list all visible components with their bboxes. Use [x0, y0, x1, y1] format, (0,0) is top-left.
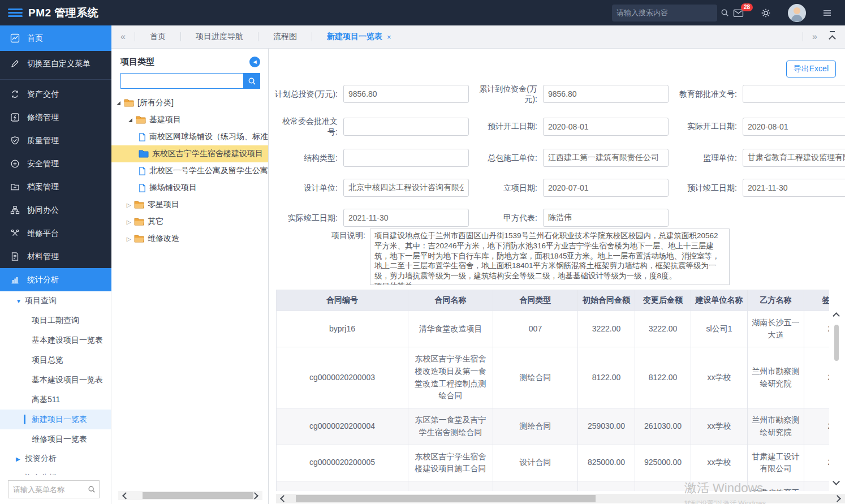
- actual-completion-date-field[interactable]: [343, 209, 469, 227]
- sidebar-item-statistics[interactable]: 统计分析: [0, 268, 111, 291]
- sidebar-item-safety-mgmt[interactable]: 安全管理: [0, 152, 111, 175]
- submenu-item-new-projects-list[interactable]: 新建项目一览表: [0, 410, 111, 429]
- submenu-group-project-query[interactable]: ▼ 项目查询: [0, 291, 111, 311]
- table-row[interactable]: cg0000020200003东校区吉宁学生宿舍楼改造项目及第一食堂改造工程控制…: [277, 347, 830, 408]
- tree-node-playground-paving[interactable]: 操场铺设项目: [111, 179, 268, 196]
- submenu-group-investment-analysis[interactable]: ▶ 投资分析: [0, 449, 111, 468]
- table-row[interactable]: byprj16清华食堂改造项目0073222.003222.00sl公司1湖南长…: [277, 311, 830, 347]
- expander-icon[interactable]: [115, 101, 122, 105]
- committee-approval-no-field[interactable]: [343, 118, 469, 136]
- avatar[interactable]: [788, 4, 806, 22]
- tree-horizontal-scrollbar[interactable]: [118, 491, 262, 500]
- main-horizontal-scrollbar[interactable]: [276, 494, 845, 503]
- expander-icon[interactable]: [127, 118, 134, 122]
- mail-icon[interactable]: 28: [733, 8, 744, 18]
- tabs-scroll-right-icon[interactable]: »: [803, 32, 826, 42]
- sidebar-item-repair-mgmt[interactable]: 修缮管理: [0, 106, 111, 129]
- scrollbar-thumb[interactable]: [296, 495, 596, 502]
- scroll-left-icon[interactable]: [118, 493, 133, 498]
- search-icon[interactable]: [721, 8, 729, 17]
- col-contract-name[interactable]: 合同名称: [408, 290, 493, 311]
- sidebar-item-custom-menu[interactable]: 切换至自定义菜单: [0, 51, 111, 76]
- scrollbar-thumb[interactable]: [834, 325, 839, 361]
- tree-search-button[interactable]: [243, 73, 260, 89]
- expander-icon[interactable]: ▷: [125, 236, 132, 242]
- col-sign-date[interactable]: 签订日期: [804, 290, 830, 311]
- supervision-unit-field[interactable]: [743, 149, 845, 167]
- approval-date-field[interactable]: [543, 179, 669, 197]
- col-owner-unit[interactable]: 建设单位名称: [691, 290, 748, 311]
- col-contract-type[interactable]: 合同类型: [493, 290, 578, 311]
- col-contract-no[interactable]: 合同编号: [277, 290, 408, 311]
- menu-search-input[interactable]: [8, 485, 88, 494]
- scrollbar-track[interactable]: [291, 494, 830, 503]
- submenu-group-funding-analysis[interactable]: ▶ 资金分析: [0, 468, 111, 475]
- scrollbar-track[interactable]: [133, 491, 247, 500]
- sidebar-item-material-mgmt[interactable]: 材料管理: [0, 245, 111, 268]
- table-row[interactable]: cg0000020200004东区第一食堂及吉宁学生宿舍测绘合同测绘合同2590…: [277, 408, 830, 445]
- sidebar-item-collaboration[interactable]: 协同办公: [0, 199, 111, 222]
- tree-node-east-dormitory-project[interactable]: 东校区吉宁学生宿舍楼建设项目: [111, 145, 268, 162]
- panel-collapse-icon[interactable]: ◀: [249, 57, 260, 67]
- global-search[interactable]: [612, 5, 717, 21]
- sidebar-item-archive-mgmt[interactable]: 档案管理: [0, 175, 111, 199]
- tree-node-capital-projects[interactable]: 基建项目: [111, 111, 268, 128]
- tabs-scroll-left-icon[interactable]: «: [111, 32, 135, 42]
- tree-node-north-apartment[interactable]: 北校区一号学生公寓及留学生公寓楼建: [111, 162, 268, 179]
- tree-node-other[interactable]: ▷ 其它: [111, 213, 268, 230]
- hamburger-icon[interactable]: [8, 7, 23, 19]
- actual-start-date-field[interactable]: [743, 118, 845, 136]
- moe-approval-no-field[interactable]: [743, 85, 845, 103]
- submenu-item-repair-projects-list[interactable]: 维修项目一览表: [0, 429, 111, 449]
- scroll-left-icon[interactable]: [276, 496, 291, 501]
- expander-icon[interactable]: ▷: [125, 219, 132, 225]
- collapse-to-top-icon[interactable]: [830, 31, 835, 43]
- tab-flowchart[interactable]: 流程图: [258, 32, 312, 42]
- sidebar-item-home[interactable]: 首页: [0, 25, 111, 51]
- tree-node-misc-projects[interactable]: ▷ 零星项目: [111, 196, 268, 213]
- scroll-up-icon[interactable]: [833, 312, 840, 320]
- menu-icon[interactable]: [822, 8, 833, 18]
- design-unit-field[interactable]: [343, 179, 469, 197]
- tree-node-all-categories[interactable]: [所有分类]: [111, 94, 268, 111]
- planned-investment-field[interactable]: [343, 85, 469, 103]
- tab-home[interactable]: 首页: [135, 32, 180, 42]
- cell: cg0000020200003: [277, 347, 408, 408]
- col-party-b[interactable]: 乙方名称: [748, 290, 804, 311]
- tab-new-projects-list[interactable]: 新建项目一览表 ×: [312, 32, 406, 42]
- owner-representative-field[interactable]: [543, 209, 669, 227]
- planned-start-date-field[interactable]: [543, 118, 669, 136]
- col-initial-amount[interactable]: 初始合同金额: [578, 290, 635, 311]
- submenu-item-project-duration-query[interactable]: 项目工期查询: [0, 311, 111, 330]
- table-row[interactable]: cg0000020200005东校区吉宁学生宿舍楼建设项目施工合同设计合同825…: [277, 445, 830, 481]
- sidebar-item-asset-delivery[interactable]: 资产交付: [0, 83, 111, 106]
- sidebar-item-maintenance-platform[interactable]: 维修平台: [0, 222, 111, 245]
- tree-node-south-tennis-court[interactable]: 南校区网球场铺设（练习场、标准场）工: [111, 128, 268, 145]
- tab-project-progress-nav[interactable]: 项目进度导航: [181, 32, 258, 42]
- col-changed-amount[interactable]: 变更后金额: [635, 290, 691, 311]
- submenu-item-project-overview[interactable]: 项目总览: [0, 350, 111, 370]
- gear-icon[interactable]: [761, 8, 771, 18]
- menu-search-box[interactable]: [8, 480, 100, 498]
- export-excel-button[interactable]: 导出Excel: [786, 61, 836, 77]
- general-contractor-field[interactable]: [543, 149, 669, 167]
- table-row[interactable]: cg0000020200006东校区吉宁学生宿舍楼建设项目监理合同监理合同106…: [277, 481, 830, 491]
- planned-completion-date-field[interactable]: [743, 179, 845, 197]
- submenu-item-gaoji-511[interactable]: 高基511: [0, 390, 111, 410]
- scroll-right-icon[interactable]: [830, 496, 845, 501]
- expander-icon[interactable]: ▷: [125, 202, 132, 208]
- tree-search-input[interactable]: [120, 73, 243, 89]
- scroll-down-icon[interactable]: [833, 478, 840, 485]
- search-icon[interactable]: [88, 485, 96, 493]
- submenu-item-capital-projects-list-2[interactable]: 基本建设项目一览表: [0, 370, 111, 390]
- global-search-input[interactable]: [612, 8, 721, 17]
- funds-received-field[interactable]: [543, 85, 669, 103]
- tree-node-renovation[interactable]: ▷ 维修改造: [111, 230, 268, 247]
- sidebar-item-quality-mgmt[interactable]: 质量管理: [0, 129, 111, 152]
- scrollbar-thumb[interactable]: [143, 492, 253, 499]
- table-vertical-scrollbar[interactable]: [830, 290, 843, 491]
- close-icon[interactable]: ×: [387, 33, 391, 41]
- structure-type-field[interactable]: [343, 149, 469, 167]
- submenu-item-capital-projects-list-1[interactable]: 基本建设项目一览表: [0, 330, 111, 350]
- project-description-field[interactable]: 项目建设地点位于兰州市西固区山丹街1539号兰州石化职业技术学院东校区校园内，总…: [370, 229, 730, 285]
